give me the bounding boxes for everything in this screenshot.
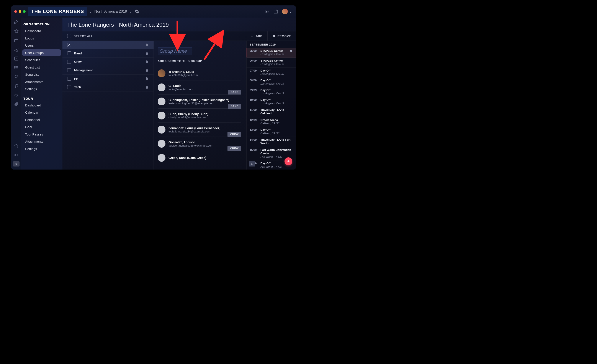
star-icon[interactable] <box>14 29 19 34</box>
avatar <box>158 84 165 91</box>
user-menu[interactable]: ⌄ <box>282 9 292 14</box>
select-all[interactable]: SELECT ALL <box>63 34 93 38</box>
group-name-input[interactable] <box>158 47 192 55</box>
calendar-item[interactable]: 06/09STAPLES CenterLos Angeles, CA US <box>247 58 296 67</box>
megaphone-icon[interactable] <box>14 153 19 157</box>
group-checkbox[interactable] <box>67 60 71 64</box>
calendar-item[interactable]: 08/09Day OffLos Angeles, CA US <box>247 77 296 87</box>
calendar-title: Day Off <box>260 128 280 132</box>
calendar-item[interactable]: 12/09Oracle ArenaOakland, CA US <box>247 117 296 127</box>
list-icon[interactable] <box>14 65 19 70</box>
calendar-item[interactable]: 07/09Day OffLos Angeles, CA US <box>247 68 296 77</box>
add-event-fab[interactable]: + <box>284 157 292 165</box>
nav-item-logos[interactable]: Logos <box>22 35 61 42</box>
group-row[interactable]: Tech <box>63 83 154 92</box>
nav-item-tour-tour-passes[interactable]: Tour Passes <box>22 131 61 138</box>
music-icon[interactable] <box>14 84 19 88</box>
group-checkbox[interactable] <box>67 77 71 81</box>
refresh-icon[interactable] <box>14 144 19 149</box>
toolbar: SELECT ALL ＋ ADD REMOVE <box>63 31 296 41</box>
nav-item-schedules[interactable]: Schedules <box>22 56 61 64</box>
calendar-title: Day Off <box>260 79 284 82</box>
group-checkbox[interactable] <box>67 68 71 72</box>
trash-icon[interactable] <box>145 77 149 81</box>
group-name: Crew <box>74 60 82 63</box>
clock-icon[interactable] <box>14 56 19 61</box>
remove-button[interactable]: REMOVE <box>267 31 296 40</box>
nav-item-tour-settings[interactable]: Settings <box>22 145 61 153</box>
calendar-date: 09/09 <box>250 88 258 92</box>
calendar-icon[interactable] <box>274 9 278 14</box>
calendar-title: STAPLES Center <box>260 49 284 53</box>
calendar-item[interactable]: 13/09Day OffOakland, CA US <box>247 127 296 137</box>
group-checkbox[interactable] <box>67 43 71 47</box>
user-row[interactable]: Green, Dana (Dana Green) <box>158 151 241 165</box>
nav-item-users[interactable]: Users <box>22 42 61 49</box>
group-checkbox[interactable] <box>67 51 71 55</box>
group-list: BandCrewManagementPRTech <box>63 41 154 170</box>
add-button[interactable]: ＋ ADD <box>245 31 267 40</box>
nav-item-attachments[interactable]: Attachments <box>22 78 61 86</box>
paperclip-icon[interactable] <box>14 102 19 107</box>
calendar-item[interactable]: 10/09Day OffLos Angeles, CA US <box>247 97 296 107</box>
nav-item-user-groups[interactable]: User Groups <box>22 49 61 57</box>
plane-icon[interactable] <box>14 47 19 52</box>
select-all-checkbox[interactable] <box>67 34 71 38</box>
window-maximize[interactable] <box>23 10 26 13</box>
calendar-location: Los Angeles, CA US <box>260 82 284 85</box>
id-card-icon[interactable] <box>265 9 270 14</box>
calendar-sidebar: SEPTEMBER 2019 05/09STAPLES CenterLos An… <box>246 41 296 170</box>
briefcase-icon[interactable] <box>14 38 19 43</box>
calendar-item[interactable]: 05/09STAPLES CenterLos Angeles, CA US <box>247 48 296 58</box>
gear-icon[interactable] <box>134 9 139 14</box>
nav-item-tour-calendar[interactable]: Calendar <box>22 109 61 116</box>
nav-item-tour-personnel[interactable]: Personnel <box>22 116 61 124</box>
group-row[interactable]: Band <box>63 49 154 58</box>
trash-icon[interactable] <box>145 51 149 55</box>
calendar-month: SEPTEMBER 2019 <box>247 41 296 48</box>
calendar-date: 12/09 <box>250 118 258 122</box>
avatar <box>282 9 288 14</box>
svg-point-13 <box>15 66 15 67</box>
group-checkbox[interactable] <box>67 85 71 89</box>
calendar-item[interactable]: 14/09Travel Day - LA to Fort Worth <box>247 137 296 147</box>
nav-item-tour-dashboard[interactable]: Dashboard <box>22 102 61 109</box>
trash-icon[interactable] <box>290 49 293 53</box>
home-icon[interactable] <box>14 20 19 24</box>
group-row[interactable]: Crew <box>63 58 154 66</box>
piggybank-icon[interactable] <box>14 93 19 97</box>
tour-selector[interactable]: ⌄ North America 2019 ⌄ <box>89 9 139 14</box>
calendar-item[interactable]: 09/09Day OffLos Angeles, CA US <box>247 87 296 97</box>
window-minimize[interactable] <box>19 10 21 13</box>
group-row[interactable]: PR <box>63 75 154 83</box>
trash-icon[interactable] <box>145 68 149 72</box>
nav-item-guest-list[interactable]: Guest List <box>22 64 61 71</box>
trash-icon <box>272 34 276 38</box>
titlebar: THE LONE RANGERS ⌄ North America 2019 ⌄ … <box>11 5 296 18</box>
nav-item-tour-attachments[interactable]: Attachments <box>22 138 61 145</box>
group-row[interactable]: Management <box>63 66 154 75</box>
group-name: Management <box>74 69 93 72</box>
nav-item-song-list[interactable]: Song List <box>22 71 61 78</box>
calendar-item[interactable]: 11/09Travel Day - LA to Oakland <box>247 107 296 117</box>
user-email: louis99091@gmail.com <box>168 73 198 77</box>
nav-item-dashboard[interactable]: Dashboard <box>22 27 61 35</box>
trash-icon[interactable] <box>145 43 149 47</box>
calendar-expand-button[interactable]: » <box>249 161 255 166</box>
user-row[interactable]: Cunningham, Lester (Lester Cunningham)le… <box>158 94 241 108</box>
group-row[interactable] <box>63 41 154 49</box>
user-row[interactable]: @ Eventric, Louislouis99091@gmail.com <box>158 66 241 80</box>
nav-item-settings[interactable]: Settings <box>22 85 61 93</box>
rail-expand-button[interactable]: » <box>13 161 20 166</box>
user-row[interactable]: C., Louislouis@eventric.comBAND <box>158 80 241 94</box>
user-row[interactable]: Gonzalez, Addisonaddison.gonzalez65@exam… <box>158 137 241 151</box>
nav-section-organization: ORGANIZATION <box>24 22 61 26</box>
trash-icon[interactable] <box>145 85 149 89</box>
ticket-icon[interactable] <box>14 74 19 79</box>
trash-icon[interactable] <box>145 60 149 64</box>
user-row[interactable]: Dunn, Cherly (Cherly Dunn)cherly.dunn18@… <box>158 108 241 123</box>
user-email: louis@eventric.com <box>168 88 193 91</box>
user-row[interactable]: Fernandez, Louis (Louis Fernandez)louis.… <box>158 123 241 137</box>
window-close[interactable] <box>14 10 17 13</box>
nav-item-tour-gear[interactable]: Gear <box>22 123 61 131</box>
